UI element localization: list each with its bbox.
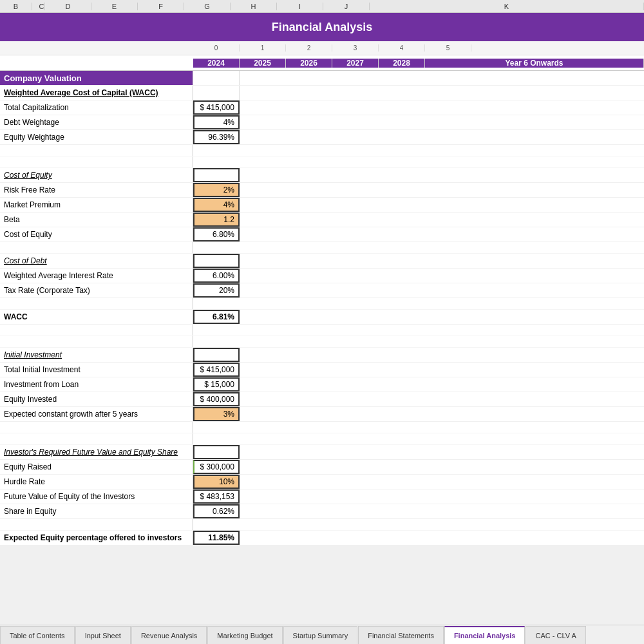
label-wacc-val: WACC <box>0 310 193 324</box>
val-future-val: $ 483,153 <box>193 489 240 504</box>
val-company-valuation <box>193 71 240 85</box>
val-initial-inv-header <box>193 348 240 362</box>
tab-financial-statements[interactable]: Financial Statements <box>358 626 444 644</box>
val-share-equity: 0.62% <box>193 504 240 518</box>
label-const-growth: Expected constant growth after 5 years <box>0 407 193 421</box>
label-market-premium: Market Premium <box>0 198 193 212</box>
empty-9 <box>0 519 644 531</box>
empty-4 <box>0 298 644 310</box>
tab-cac-clv[interactable]: CAC - CLV A <box>526 626 585 644</box>
ruler-2: 2 <box>286 44 332 52</box>
val-loan-investment: $ 15,000 <box>193 377 240 392</box>
val-equity-weightage: 96.39% <box>193 130 240 144</box>
ruler-3: 3 <box>332 44 379 52</box>
col-g: G <box>184 3 231 10</box>
tab-marketing-budget[interactable]: Marketing Budget <box>207 626 282 644</box>
label-initial-inv-header: Initial Investment <box>0 348 193 362</box>
content-area: Company Valuation Weighted Average Cost … <box>0 71 644 545</box>
row-equity-invested: Equity Invested $ 400,000 <box>0 392 644 407</box>
label-tax-rate: Tax Rate (Corporate Tax) <box>0 283 193 298</box>
year-2027: 2027 <box>332 59 379 68</box>
row-equity-raised: Equity Raised $ 300,000 <box>0 460 644 475</box>
ruler-0: 0 <box>193 44 240 52</box>
year-label-cells: 2024 2025 2026 2027 2028 Year 6 Onwards <box>193 59 644 68</box>
row-cost-equity-val: Cost of Equity 6.80% <box>0 227 644 242</box>
col-f: F <box>138 3 184 10</box>
ruler-5: 5 <box>425 44 471 52</box>
tab-input-sheet[interactable]: Input Sheet <box>75 626 131 644</box>
val-wacc-header <box>193 86 240 100</box>
val-const-growth: 3% <box>193 407 240 421</box>
row-const-growth: Expected constant growth after 5 years 3… <box>0 407 644 422</box>
empty-6 <box>0 336 644 348</box>
tab-table-of-contents[interactable]: Table of Contents <box>0 626 75 644</box>
label-loan-investment: Investment from Loan <box>0 377 193 392</box>
val-expected-equity: 11.85% <box>193 531 240 545</box>
row-expected-equity: Expected Equity percentage offered to in… <box>0 531 644 545</box>
label-total-initial: Total Initial Investment <box>0 363 193 377</box>
empty-8 <box>0 433 644 445</box>
label-company-valuation: Company Valuation <box>0 71 193 85</box>
col-c: C <box>39 3 45 10</box>
row-investor-header: Investor's Required Future Value and Equ… <box>0 445 644 460</box>
empty-3 <box>0 242 644 254</box>
val-total-initial: $ 415,000 <box>193 363 240 377</box>
label-cost-debt-header: Cost of Debt <box>0 254 193 268</box>
row-loan-investment: Investment from Loan $ 15,000 <box>0 377 644 392</box>
row-future-val: Future Value of Equity of the Investors … <box>0 489 644 504</box>
label-expected-equity: Expected Equity percentage offered to in… <box>0 531 193 545</box>
label-cost-equity-header: Cost of Equity <box>0 168 193 182</box>
val-cost-debt-header <box>193 254 240 268</box>
row-risk-free: Risk Free Rate 2% <box>0 183 644 198</box>
year-2026: 2026 <box>286 59 332 68</box>
col-d: D <box>45 3 91 10</box>
val-cost-equity-header <box>193 168 240 182</box>
label-equity-raised: Equity Raised <box>0 460 193 474</box>
tab-revenue-analysis[interactable]: Revenue Analysis <box>131 626 207 644</box>
label-equity-invested: Equity Invested <box>0 392 193 406</box>
val-total-cap: $ 415,000 <box>193 100 240 115</box>
val-market-premium: 4% <box>193 198 240 212</box>
label-equity-weightage: Equity Weightage <box>0 130 193 144</box>
year-2024: 2024 <box>193 59 240 68</box>
year-ruler: 0 1 2 3 4 5 <box>0 41 644 55</box>
label-weighted-interest: Weighted Average Interest Rate <box>0 269 193 283</box>
label-cost-equity-val: Cost of Equity <box>0 227 193 242</box>
tab-financial-analysis[interactable]: Financial Analysis <box>444 626 526 644</box>
empty-1 <box>0 145 644 156</box>
label-beta: Beta <box>0 213 193 227</box>
row-company-valuation: Company Valuation <box>0 71 644 86</box>
row-debt-weightage: Debt Weightage 4% <box>0 115 644 130</box>
ruler-numbers: 0 1 2 3 4 5 <box>193 44 644 52</box>
row-cost-debt-header: Cost of Debt <box>0 254 644 269</box>
row-equity-weightage: Equity Weightage 96.39% <box>0 130 644 145</box>
val-equity-invested: $ 400,000 <box>193 392 240 406</box>
row-weighted-interest: Weighted Average Interest Rate 6.00% <box>0 269 644 283</box>
val-equity-raised: $ 300,000 <box>193 460 240 474</box>
val-tax-rate: 20% <box>193 283 240 298</box>
val-weighted-interest: 6.00% <box>193 269 240 283</box>
row-beta: Beta 1.2 <box>0 213 644 227</box>
year-beyond: Year 6 Onwards <box>425 59 644 68</box>
ruler-1: 1 <box>240 44 286 52</box>
row-hurdle-rate: Hurdle Rate 10% <box>0 475 644 489</box>
tab-startup-summary[interactable]: Startup Summary <box>283 626 358 644</box>
val-beta: 1.2 <box>193 213 240 227</box>
empty-7 <box>0 422 644 433</box>
year-2025: 2025 <box>240 59 286 68</box>
row-cost-equity-header: Cost of Equity <box>0 168 644 183</box>
val-wacc-val: 6.81% <box>193 310 240 324</box>
spreadsheet-title: Financial Analysis <box>0 13 644 41</box>
val-investor-header <box>193 445 240 459</box>
val-hurdle-rate: 10% <box>193 475 240 489</box>
row-total-initial: Total Initial Investment $ 415,000 <box>0 363 644 377</box>
label-share-equity: Share in Equity <box>0 504 193 518</box>
label-wacc-header: Weighted Average Cost of Capital (WACC) <box>0 86 193 100</box>
row-wacc-header: Weighted Average Cost of Capital (WACC) <box>0 86 644 100</box>
tab-bar: Table of Contents Input Sheet Revenue An… <box>0 625 644 644</box>
empty-5 <box>0 325 644 336</box>
empty-2 <box>0 156 644 168</box>
ruler-4: 4 <box>379 44 425 52</box>
col-h: H <box>231 3 277 10</box>
col-headers: B C D E F G H I J K <box>0 0 644 13</box>
